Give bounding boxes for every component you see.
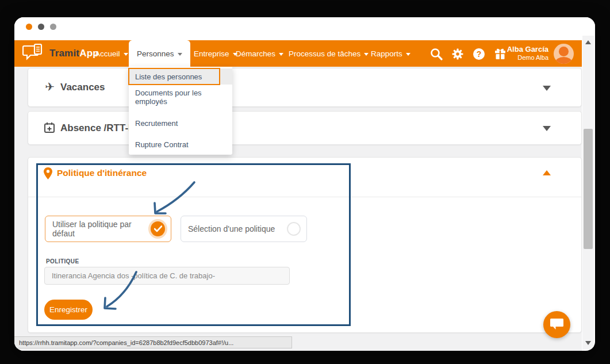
scrollbar-thumb[interactable] <box>584 129 593 249</box>
window-titlebar <box>14 17 595 40</box>
chevron-down-icon <box>406 53 410 56</box>
collapse-chevron-up-icon[interactable] <box>543 170 551 175</box>
dropdown-item-recrutement[interactable]: Recrutement <box>129 115 232 131</box>
section-title: Vacances <box>60 82 105 93</box>
chat-button[interactable] <box>543 311 570 338</box>
svg-text:?: ? <box>477 49 482 59</box>
chevron-down-icon <box>124 53 128 56</box>
logo-text: TramitApp <box>49 48 99 59</box>
option-label: Utiliser la politique par défaut <box>52 220 151 238</box>
option-select-policy[interactable]: Sélection d'une politique <box>181 216 307 242</box>
help-icon[interactable]: ? <box>472 47 486 61</box>
status-url-tooltip: https://rrhh.tramitapp.com/?companies_id… <box>14 336 292 348</box>
dropdown-item-rupture-contrat[interactable]: Rupture Contrat <box>129 136 232 152</box>
scrollbar-down-arrow-icon[interactable] <box>585 341 591 345</box>
option-default-policy[interactable]: Utiliser la politique par défaut <box>45 216 171 242</box>
section-politique-itinerance: Politique d'itinérance Utiliser la polit… <box>28 157 582 333</box>
nav-item-entreprise[interactable]: Entreprise <box>194 40 237 67</box>
divider <box>28 197 581 197</box>
collapse-chevron-down-icon[interactable] <box>543 86 551 91</box>
tramitapp-logo[interactable]: TramitApp <box>22 40 99 67</box>
chat-bubble-icon <box>550 317 564 332</box>
nav-item-processus-de-taches[interactable]: Processus de tâches <box>289 40 369 67</box>
chevron-down-icon <box>364 53 369 56</box>
user-menu[interactable]: Alba García Demo Alba <box>506 40 575 67</box>
vertical-scrollbar[interactable] <box>582 36 594 350</box>
nav-item-rapports[interactable]: Rapports <box>371 40 410 67</box>
politique-field-label: POLITIQUE <box>46 258 79 265</box>
browser-window: TramitApp Accueil Personnes Entreprise D… <box>14 17 595 351</box>
window-minimize-dot[interactable] <box>38 24 44 30</box>
location-pin-icon <box>44 167 52 182</box>
section-vacances: ✈ Vacances <box>28 68 582 107</box>
scrollbar-up-arrow-icon[interactable] <box>585 40 591 44</box>
save-button[interactable]: Enregistrer <box>44 300 93 320</box>
calendar-plus-icon <box>44 122 55 136</box>
dropdown-item-documents-employes[interactable]: Documents pour les employés <box>129 89 232 105</box>
politique-input[interactable] <box>44 267 290 285</box>
user-company: Demo Alba <box>507 54 548 62</box>
logo-speech-bubbles-icon <box>22 43 45 64</box>
section-title: Politique d'itinérance <box>57 168 147 178</box>
option-label: Sélection d'une politique <box>188 224 275 233</box>
main-navbar: TramitApp Accueil Personnes Entreprise D… <box>14 40 582 67</box>
search-icon[interactable] <box>429 47 443 61</box>
user-name: Alba García <box>507 45 548 54</box>
dropdown-item-liste-des-personnes[interactable]: Liste des personnes <box>129 68 232 85</box>
section-absence: Absence /RTT-RC <box>28 111 582 145</box>
window-maximize-dot[interactable] <box>50 24 56 30</box>
nav-item-demarches[interactable]: Démarches <box>236 40 283 67</box>
plane-icon: ✈ <box>45 80 55 94</box>
radio-circle-icon <box>287 222 301 236</box>
check-circle-icon <box>151 221 165 236</box>
gift-icon[interactable] <box>493 47 507 61</box>
personnes-dropdown-menu: Liste des personnes Documents pour les e… <box>129 67 232 155</box>
chevron-down-icon <box>178 53 182 56</box>
nav-item-personnes[interactable]: Personnes <box>129 40 190 67</box>
gear-icon[interactable] <box>451 47 465 61</box>
chevron-down-icon <box>279 53 283 56</box>
main-content: ✈ Vacances Absence /RTT-RC <box>14 67 582 351</box>
collapse-chevron-down-icon[interactable] <box>543 126 551 131</box>
window-close-dot[interactable] <box>26 24 32 30</box>
user-avatar[interactable] <box>554 44 574 64</box>
nav-item-accueil[interactable]: Accueil <box>95 40 128 67</box>
